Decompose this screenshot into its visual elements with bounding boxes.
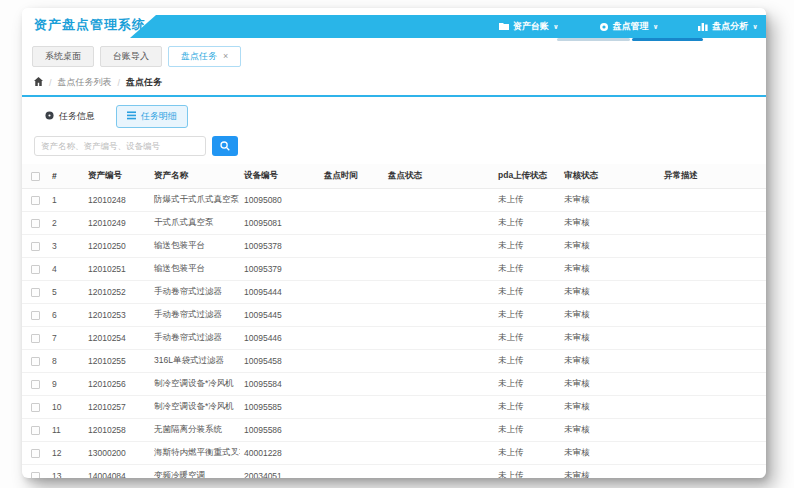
table-cell: 12010256 [84,373,150,396]
row-checkbox[interactable] [31,426,40,435]
nav-indicator [557,38,630,41]
search-row [22,133,766,164]
subtab-label: 任务信息 [59,110,95,123]
subtab-task-detail[interactable]: 任务明细 [116,105,188,128]
chevron-down-icon: ∨ [653,23,659,31]
table-cell: 10095379 [240,258,320,281]
table-cell: 10 [48,396,84,419]
table-cell [660,327,766,350]
table-cell: 未上传 [494,350,560,373]
table-cell: 13000200 [84,442,150,465]
subtab-bar: 任务信息 任务明细 [22,97,766,133]
row-checkbox[interactable] [31,288,40,297]
tab-label: 系统桌面 [45,50,81,63]
table-row: 812010255316L单袋式过滤器10095458未上传未审核 [22,350,766,373]
table-cell [660,304,766,327]
row-checkbox[interactable] [31,357,40,366]
table-cell: 10095458 [240,350,320,373]
table-cell [384,258,494,281]
table-cell [660,442,766,465]
nav-item-inventory-analysis[interactable]: 盘点分析 ∨ [698,20,758,33]
table-cell: 变频冷暖空调 [150,465,240,479]
home-icon[interactable] [34,77,43,88]
table-cell [320,350,384,373]
table-cell: 11 [48,419,84,442]
table-cell: 未审核 [560,442,660,465]
row-checkbox[interactable] [31,472,40,478]
row-checkbox[interactable] [31,196,40,205]
breadcrumb-separator: / [118,78,121,88]
row-checkbox[interactable] [31,403,40,412]
close-icon[interactable]: × [223,52,228,61]
table-cell: 未审核 [560,304,660,327]
table-cell: 10095445 [240,304,320,327]
table-cell: 40001228 [240,442,320,465]
tab-system-desktop[interactable]: 系统桌面 [32,46,94,67]
table-cell: 未审核 [560,396,660,419]
row-checkbox[interactable] [31,380,40,389]
table-cell [22,396,48,419]
nav-item-inventory-manage[interactable]: 盘点管理 ∨ [599,20,659,33]
table-header-cell: pda上传状态 [494,164,560,189]
tab-inventory-task[interactable]: 盘点任务 × [168,46,241,67]
row-checkbox[interactable] [31,219,40,228]
select-all-checkbox[interactable] [31,172,40,181]
row-checkbox[interactable] [31,334,40,343]
row-checkbox[interactable] [31,311,40,320]
nav-indicator-active [632,38,703,41]
table-cell: 未上传 [494,189,560,212]
search-button[interactable] [212,136,238,156]
table-cell [384,396,494,419]
table-cell: 8 [48,350,84,373]
tab-label: 台账导入 [113,50,149,63]
search-input[interactable] [34,136,206,156]
table-header-cell: 审核状态 [560,164,660,189]
table-cell: 无菌隔离分装系统 [150,419,240,442]
nav-item-asset-ledger[interactable]: 资产台账 ∨ [499,20,559,33]
row-checkbox[interactable] [31,242,40,251]
table-cell [22,281,48,304]
table-cell: 10095378 [240,235,320,258]
subtab-label: 任务明细 [141,110,177,123]
gear-icon [599,22,609,32]
table-row: 312010250输送包装平台10095378未上传未审核 [22,235,766,258]
table-cell: 10095586 [240,419,320,442]
table-cell: 未上传 [494,327,560,350]
table-cell: 未上传 [494,419,560,442]
breadcrumb: / 盘点任务列表 / 盘点任务 [22,71,766,95]
table-cell [320,373,384,396]
table-cell [320,304,384,327]
subtab-task-info[interactable]: 任务信息 [34,105,106,128]
table-cell: 12010248 [84,189,150,212]
table-cell: 未审核 [560,419,660,442]
table-cell: 12010255 [84,350,150,373]
table-cell: 14004084 [84,465,150,479]
chart-icon [698,22,708,31]
table-cell [320,396,384,419]
row-checkbox[interactable] [31,449,40,458]
breadcrumb-item-task-list[interactable]: 盘点任务列表 [58,76,112,89]
table-cell: 2 [48,212,84,235]
table-cell [384,212,494,235]
row-checkbox[interactable] [31,265,40,274]
folder-icon [499,22,509,31]
table-cell: 12010249 [84,212,150,235]
table-cell [320,281,384,304]
table-cell: 未审核 [560,373,660,396]
tab-ledger-import[interactable]: 台账导入 [100,46,162,67]
table-cell [22,465,48,479]
table-cell [660,235,766,258]
table-cell: 未审核 [560,212,660,235]
top-nav-items: 资产台账 ∨ 盘点管理 ∨ 盘点分析 ∨ [499,20,766,33]
table-cell [22,442,48,465]
table-cell: 未上传 [494,212,560,235]
table-cell: 未上传 [494,465,560,479]
table-cell: 未上传 [494,281,560,304]
table-cell [384,281,494,304]
chevron-down-icon: ∨ [752,23,758,31]
tab-label: 盘点任务 [181,50,217,63]
table-row: 612010253手动卷帘式过滤器10095445未上传未审核 [22,304,766,327]
table-row: 112010248防爆式干式爪式真空泵10095080未上传未审核 [22,189,766,212]
table-cell: 海斯特内燃平衡重式叉车 [150,442,240,465]
table-cell [660,189,766,212]
